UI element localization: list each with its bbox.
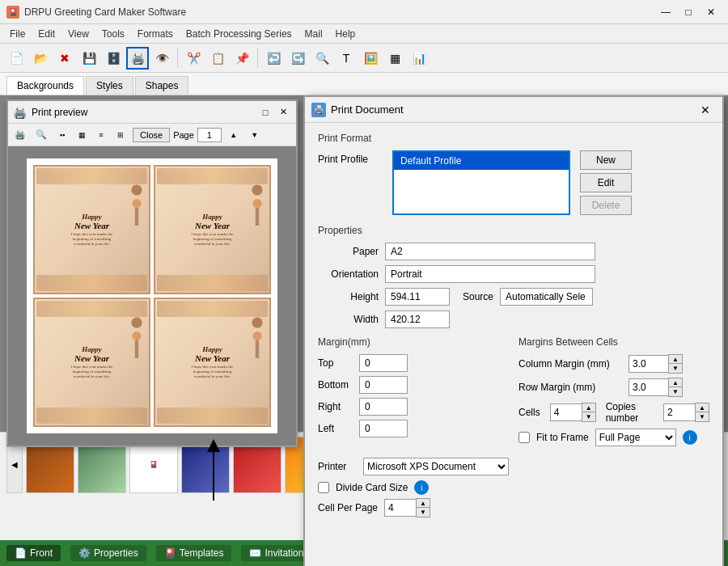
height-input[interactable] <box>385 288 450 306</box>
toolbar-saveas[interactable]: 🗄️ <box>102 47 125 70</box>
menu-tools[interactable]: Tools <box>95 27 131 41</box>
row-margin-input-group: ▲ ▼ <box>629 378 683 397</box>
toolbar-barcode[interactable]: ▦ <box>383 47 406 70</box>
pp-window-controls: □ ✕ <box>257 105 291 120</box>
pp-page-down[interactable]: ▼ <box>246 126 264 144</box>
pp-print-btn[interactable]: 🖨️ <box>11 126 29 144</box>
menu-edit[interactable]: Edit <box>32 27 61 41</box>
cell-per-page-down[interactable]: ▼ <box>417 508 430 517</box>
left-margin-row: Left <box>318 420 509 437</box>
cells-up[interactable]: ▲ <box>582 403 595 412</box>
printer-select[interactable]: Microsoft XPS Document <box>363 458 509 475</box>
card-text-1: Happy New Year I hope this year marks th… <box>70 213 114 247</box>
profile-buttons: New Edit Delete <box>580 150 632 215</box>
pp-maximize[interactable]: □ <box>257 105 273 120</box>
toolbar-undo[interactable]: ↩️ <box>262 47 285 70</box>
pp-view3[interactable]: ≡ <box>92 126 110 144</box>
orientation-input[interactable] <box>385 265 595 283</box>
cell-per-page-input[interactable] <box>384 499 417 517</box>
menu-file[interactable]: File <box>3 27 32 41</box>
status-tab-front[interactable]: 📄 Front <box>6 545 61 561</box>
tab-backgrounds[interactable]: Backgrounds <box>6 76 84 95</box>
column-margin-down[interactable]: ▼ <box>669 364 682 373</box>
pp-view4[interactable]: ⊞ <box>112 126 129 144</box>
profile-delete-btn[interactable]: Delete <box>580 196 632 215</box>
tab-styles[interactable]: Styles <box>86 76 133 95</box>
pp-title-icon: 🖨️ <box>13 106 27 119</box>
menu-view[interactable]: View <box>61 27 95 41</box>
row-margin-up[interactable]: ▲ <box>669 378 682 387</box>
width-input[interactable] <box>385 310 450 328</box>
pp-page-up[interactable]: ▲ <box>225 126 243 144</box>
preview-card-1: Happy New Year I hope this year marks th… <box>33 165 150 294</box>
divide-card-label: Divide Card Size <box>336 482 408 493</box>
row-margin-input[interactable] <box>629 378 669 396</box>
cell-per-page-up[interactable]: ▲ <box>417 499 430 508</box>
fit-select[interactable]: Full Page <box>595 429 676 446</box>
copies-up[interactable]: ▲ <box>696 403 709 412</box>
toolbar-new[interactable]: 📄 <box>5 47 28 70</box>
row-margin-label: Row Margin (mm) <box>518 382 624 393</box>
menu-formats[interactable]: Formats <box>131 27 180 41</box>
top-input[interactable] <box>359 354 408 372</box>
toolbar-paste[interactable]: 📌 <box>231 47 253 70</box>
status-tab-properties[interactable]: ⚙️ Properties <box>70 545 146 561</box>
fit-info-icon[interactable]: i <box>683 430 697 445</box>
row-margin-down[interactable]: ▼ <box>669 387 682 396</box>
status-tab-templates[interactable]: 🎴 Templates <box>156 545 232 561</box>
toolbar-preview[interactable]: 👁️ <box>150 47 173 70</box>
toolbar-delete[interactable]: ✖ <box>53 47 76 70</box>
profile-new-btn[interactable]: New <box>580 150 632 170</box>
width-label: Width <box>318 314 379 325</box>
column-margin-input[interactable] <box>629 355 669 373</box>
toolbar-extra[interactable]: 📊 <box>408 47 430 70</box>
divide-card-checkbox[interactable] <box>318 482 329 493</box>
menu-mail[interactable]: Mail <box>298 27 329 41</box>
tab-shapes[interactable]: Shapes <box>135 76 189 95</box>
cells-down[interactable]: ▼ <box>582 412 595 421</box>
toolbar-image[interactable]: 🖼️ <box>359 47 382 70</box>
divide-info-icon[interactable]: i <box>414 480 429 495</box>
pp-page-input[interactable] <box>197 128 222 142</box>
toolbar-print[interactable]: 🖨️ <box>126 47 149 70</box>
copies-down[interactable]: ▼ <box>696 412 709 421</box>
minimize-button[interactable]: — <box>655 4 676 20</box>
pd-title-text: Print Document <box>331 103 404 116</box>
pd-close-btn[interactable]: ✕ <box>695 100 716 120</box>
toolbar-open[interactable]: 📂 <box>29 47 52 70</box>
fit-to-frame-label: Fit to Frame <box>536 432 589 443</box>
pp-title-bar: 🖨️ Print preview □ ✕ <box>8 101 296 124</box>
profile-edit-btn[interactable]: Edit <box>580 173 632 192</box>
toolbar-zoom[interactable]: 🔍 <box>311 47 333 70</box>
paper-input[interactable] <box>385 243 595 260</box>
copies-input[interactable] <box>663 403 696 421</box>
toolbar-redo[interactable]: ↪️ <box>286 47 309 70</box>
bottom-input[interactable] <box>359 376 408 394</box>
pp-view1[interactable]: ▪▪ <box>53 126 71 144</box>
pp-close-btn[interactable]: Close <box>133 128 170 142</box>
source-input[interactable] <box>500 288 593 306</box>
menu-help[interactable]: Help <box>329 27 362 41</box>
maximize-button[interactable]: □ <box>678 4 699 20</box>
left-input[interactable] <box>359 420 408 437</box>
fit-to-frame-checkbox[interactable] <box>518 432 530 443</box>
close-button[interactable]: ✕ <box>700 4 722 20</box>
right-input[interactable] <box>359 398 408 416</box>
menu-batch[interactable]: Batch Processing Series <box>180 27 298 41</box>
toolbar-copy[interactable]: 📋 <box>206 47 229 70</box>
pp-view2[interactable]: ▦ <box>73 126 91 144</box>
card-text-4: Happy New Year I hope this year marks th… <box>190 345 235 379</box>
pp-close[interactable]: ✕ <box>275 105 291 120</box>
pp-page-label: Page <box>173 130 194 140</box>
column-margin-up[interactable]: ▲ <box>669 355 682 364</box>
profile-list: Default Profile <box>392 150 570 215</box>
toolbar-cut[interactable]: ✂️ <box>182 47 205 70</box>
cells-input[interactable] <box>550 403 582 421</box>
row-margin-row: Row Margin (mm) ▲ ▼ <box>518 378 709 397</box>
pp-zoom-out[interactable]: 🔍 <box>32 126 50 144</box>
toolbar-text[interactable]: T <box>335 47 358 70</box>
profile-item-default[interactable]: Default Profile <box>394 152 569 170</box>
card-text-2: Happy New Year I hope this year marks th… <box>190 213 235 247</box>
left-label: Left <box>318 423 354 434</box>
toolbar-save[interactable]: 💾 <box>78 47 100 70</box>
